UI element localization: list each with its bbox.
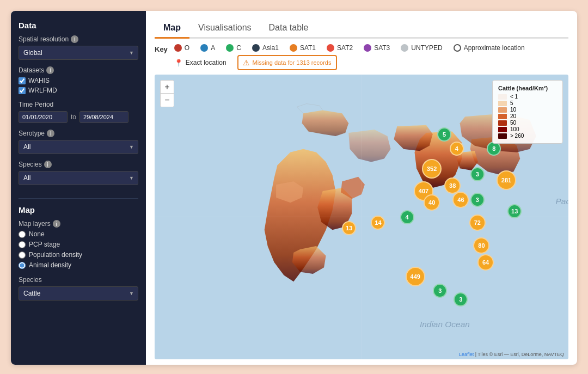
- date-to-input[interactable]: [79, 111, 128, 123]
- map-layers-label: Map layers i: [19, 220, 138, 228]
- legend-color-6: [498, 127, 507, 132]
- key-label: Key: [155, 45, 168, 53]
- legend-row-4: 20: [498, 113, 557, 119]
- key-dot-asia1: [252, 44, 260, 52]
- wahis-checkbox[interactable]: [19, 77, 26, 84]
- map-layer-population-row: Population density: [19, 251, 138, 259]
- map-layer-pcp-label: PCP stage: [29, 241, 60, 248]
- cluster-circle[interactable]: 281: [497, 170, 516, 190]
- legend-label-6: 100: [510, 126, 519, 132]
- key-label-approx: Approximate location: [464, 44, 525, 52]
- zoom-in-button[interactable]: +: [161, 81, 174, 94]
- legend-color-1: [498, 94, 507, 100]
- wrlfmd-checkbox-row: WRLFMD: [19, 87, 138, 94]
- legend-label-2: 5: [510, 100, 513, 106]
- species-info-icon[interactable]: i: [44, 161, 52, 168]
- key-label-a: A: [211, 44, 215, 52]
- spatial-resolution-select-wrapper[interactable]: Global Regional National: [19, 46, 138, 60]
- map-layer-pcp-row: PCP stage: [19, 241, 138, 248]
- key-label-sat1: SAT1: [300, 44, 316, 52]
- species2-select-wrapper[interactable]: Cattle Sheep Goats Pigs: [19, 286, 138, 301]
- cluster-circle[interactable]: 5: [437, 127, 451, 142]
- legend-color-5: [498, 120, 507, 126]
- map-zoom-controls: + −: [160, 80, 174, 107]
- sidebar-divider: [19, 198, 138, 199]
- key-dot-o: [174, 44, 182, 52]
- key-label-exact: Exact location: [186, 59, 226, 66]
- cluster-circle[interactable]: 64: [477, 254, 494, 271]
- key-dot-a: [200, 44, 208, 52]
- cluster-circle[interactable]: 4: [450, 142, 464, 156]
- map-container[interactable]: Pacific Ocean Indian Ocean + − Cattle (h…: [155, 75, 568, 359]
- missing-data-text: Missing data for 1313 records: [253, 59, 332, 66]
- datasets-info-icon[interactable]: i: [46, 66, 54, 74]
- legend-color-7: [498, 133, 507, 139]
- wrlfmd-checkbox[interactable]: [19, 87, 26, 94]
- legend-gradient: < 1 5 10 20: [498, 94, 557, 139]
- legend-row-2: 5: [498, 100, 557, 106]
- key-label-sat3: SAT3: [374, 44, 390, 52]
- species2-label: Species: [19, 276, 138, 284]
- legend-color-3: [498, 107, 507, 113]
- cluster-circle[interactable]: 3: [470, 167, 485, 181]
- map-layer-none-label: None: [29, 230, 45, 238]
- spatial-resolution-select[interactable]: Global Regional National: [19, 46, 138, 60]
- date-from-input[interactable]: [19, 111, 68, 123]
- zoom-out-button[interactable]: −: [161, 94, 174, 107]
- spatial-resolution-info-icon[interactable]: i: [71, 35, 78, 43]
- datasets-label: Datasets i: [19, 66, 138, 74]
- serotype-select[interactable]: All: [19, 140, 138, 154]
- wrlfmd-label: WRLFMD: [28, 87, 57, 94]
- warning-icon: ⚠: [243, 58, 250, 67]
- cluster-circle[interactable]: 4: [400, 210, 414, 224]
- legend-title: Cattle (head/Km²): [498, 85, 557, 91]
- key-label-o: O: [185, 44, 189, 52]
- key-item-exact: 📍 Exact location: [174, 55, 226, 70]
- leaflet-link[interactable]: Leaflet: [459, 352, 474, 357]
- sidebar: Data Spatial resolution i Global Regiona…: [11, 11, 146, 365]
- species-label: Species i: [19, 161, 138, 168]
- serotype-info-icon[interactable]: i: [47, 130, 54, 137]
- legend-color-2: [498, 101, 507, 106]
- tab-visualisations[interactable]: Visualisations: [189, 20, 260, 39]
- legend-label-5: 50: [510, 120, 516, 126]
- species-select[interactable]: All: [19, 171, 138, 185]
- legend-label-1: < 1: [510, 94, 518, 100]
- key-label-sat2: SAT2: [337, 44, 353, 52]
- legend-color-4: [498, 114, 507, 119]
- key-item-sat2: SAT2: [327, 44, 353, 52]
- key-dot-c: [226, 44, 234, 52]
- tab-data-table[interactable]: Data table: [260, 20, 317, 39]
- species-select-wrapper[interactable]: All: [19, 171, 138, 185]
- cluster-circle[interactable]: 3: [470, 193, 485, 207]
- serotype-select-wrapper[interactable]: All: [19, 140, 138, 154]
- key-item-c: C: [226, 44, 241, 52]
- serotype-label: Serotype i: [19, 130, 138, 137]
- main-content: Map Visualisations Data table Key O A C: [146, 11, 577, 365]
- species2-select[interactable]: Cattle Sheep Goats Pigs: [19, 286, 138, 301]
- key-label-c: C: [236, 44, 241, 52]
- map-layer-none-radio[interactable]: [19, 231, 26, 238]
- key-item-o: O: [174, 44, 189, 52]
- legend-label-4: 20: [510, 113, 516, 119]
- date-range-row: to: [19, 111, 138, 123]
- key-section: Key O A C Asia1: [155, 44, 568, 70]
- map-layer-pcp-radio[interactable]: [19, 241, 26, 248]
- legend-label-3: 10: [510, 107, 516, 113]
- cluster-circle[interactable]: 449: [406, 267, 425, 286]
- legend-row-6: 100: [498, 126, 557, 132]
- map-layer-none-row: None: [19, 230, 138, 238]
- key-items: O A C Asia1 SAT1: [174, 44, 568, 70]
- map-layer-population-radio[interactable]: [19, 252, 26, 259]
- key-dot-sat3: [364, 44, 371, 52]
- cluster-circle[interactable]: 72: [469, 214, 486, 231]
- map-layer-animal-label: Animal density: [29, 261, 71, 269]
- cluster-circle[interactable]: 80: [473, 237, 489, 254]
- tab-map[interactable]: Map: [155, 20, 189, 39]
- map-layers-info-icon[interactable]: i: [53, 220, 60, 228]
- tabs-bar: Map Visualisations Data table: [155, 20, 568, 39]
- cluster-circle[interactable]: 352: [422, 159, 442, 179]
- key-item-sat1: SAT1: [290, 44, 316, 52]
- key-dot-sat2: [327, 44, 334, 52]
- map-layer-animal-radio[interactable]: [19, 262, 26, 269]
